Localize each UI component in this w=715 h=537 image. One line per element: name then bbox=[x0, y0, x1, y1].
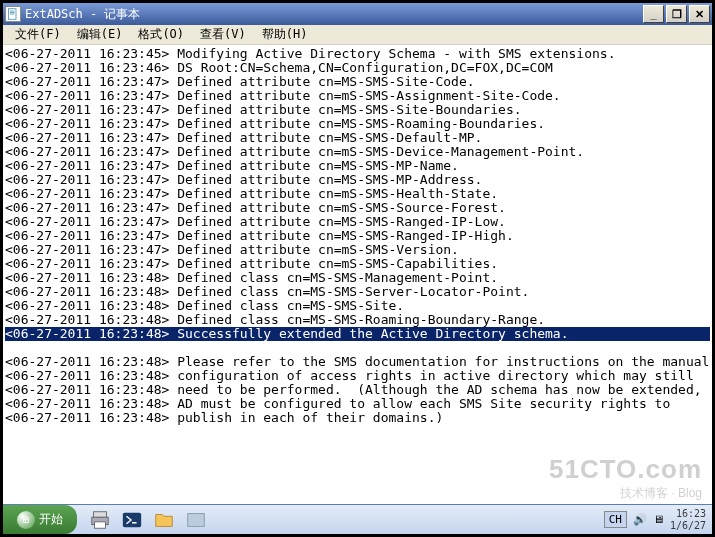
start-button[interactable]: ⊞ 开始 bbox=[3, 505, 77, 534]
svg-rect-8 bbox=[188, 513, 205, 526]
close-button[interactable]: ✕ bbox=[689, 5, 710, 23]
svg-rect-4 bbox=[94, 511, 107, 517]
title-bar[interactable]: ExtADSch - 记事本 _ ❐ ✕ bbox=[3, 3, 712, 25]
log-line: <06-27-2011 16:23:47> Defined attribute … bbox=[5, 243, 710, 257]
log-line: <06-27-2011 16:23:47> Defined attribute … bbox=[5, 229, 710, 243]
tray-volume-icon[interactable]: 🔊 bbox=[633, 513, 647, 526]
log-line: <06-27-2011 16:23:47> Defined attribute … bbox=[5, 257, 710, 271]
log-line: <06-27-2011 16:23:47> Defined attribute … bbox=[5, 145, 710, 159]
svg-rect-6 bbox=[95, 521, 106, 527]
log-line: <06-27-2011 16:23:48> Defined class cn=M… bbox=[5, 285, 710, 299]
log-line: <06-27-2011 16:23:48> configuration of a… bbox=[5, 369, 710, 383]
window-title: ExtADSch - 记事本 bbox=[25, 6, 643, 23]
log-line: <06-27-2011 16:23:48> Defined class cn=M… bbox=[5, 313, 710, 327]
log-line: <06-27-2011 16:23:48> publish in each of… bbox=[5, 411, 710, 425]
log-line: <06-27-2011 16:23:48> Successfully exten… bbox=[5, 327, 710, 341]
menu-view[interactable]: 查看(V) bbox=[192, 24, 254, 45]
menu-edit[interactable]: 编辑(E) bbox=[69, 24, 131, 45]
log-line: <06-27-2011 16:23:47> Defined attribute … bbox=[5, 159, 710, 173]
log-line: <06-27-2011 16:23:48> AD must be configu… bbox=[5, 397, 710, 411]
time-text: 16:23 bbox=[670, 508, 706, 520]
window-controls: _ ❐ ✕ bbox=[643, 5, 710, 23]
ql-powershell-icon[interactable] bbox=[117, 507, 147, 533]
log-line: <06-27-2011 16:23:47> Defined attribute … bbox=[5, 131, 710, 145]
menu-bar: 文件(F) 编辑(E) 格式(O) 查看(V) 帮助(H) bbox=[3, 25, 712, 45]
log-line: <06-27-2011 16:23:46> DS Root:CN=Schema,… bbox=[5, 61, 710, 75]
log-line: <06-27-2011 16:23:47> Defined attribute … bbox=[5, 201, 710, 215]
notepad-window: ExtADSch - 记事本 _ ❐ ✕ 文件(F) 编辑(E) 格式(O) 查… bbox=[3, 3, 712, 534]
log-line: <06-27-2011 16:23:48> need to be perform… bbox=[5, 383, 710, 397]
text-area[interactable]: <06-27-2011 16:23:45> Modifying Active D… bbox=[3, 45, 712, 504]
log-line: <06-27-2011 16:23:47> Defined attribute … bbox=[5, 173, 710, 187]
log-line: <06-27-2011 16:23:47> Defined attribute … bbox=[5, 103, 710, 117]
system-tray: CH 🔊 🖥 16:23 1/6/27 bbox=[598, 508, 712, 532]
quick-launch bbox=[85, 507, 211, 533]
log-line: <06-27-2011 16:23:45> Modifying Active D… bbox=[5, 47, 710, 61]
menu-file[interactable]: 文件(F) bbox=[7, 24, 69, 45]
clock[interactable]: 16:23 1/6/27 bbox=[670, 508, 706, 532]
ql-explorer-icon[interactable] bbox=[149, 507, 179, 533]
taskbar: ⊞ 开始 CH 🔊 🖥 16:23 1/6/27 bbox=[3, 504, 712, 534]
tray-network-icon[interactable]: 🖥 bbox=[653, 513, 664, 526]
log-line: <06-27-2011 16:23:47> Defined attribute … bbox=[5, 117, 710, 131]
log-line bbox=[5, 341, 710, 355]
minimize-button[interactable]: _ bbox=[643, 5, 664, 23]
language-indicator[interactable]: CH bbox=[604, 511, 627, 528]
menu-format[interactable]: 格式(O) bbox=[130, 24, 192, 45]
windows-orb-icon: ⊞ bbox=[17, 511, 35, 529]
ql-printer-icon[interactable] bbox=[85, 507, 115, 533]
log-line: <06-27-2011 16:23:47> Defined attribute … bbox=[5, 89, 710, 103]
log-line: <06-27-2011 16:23:48> Defined class cn=M… bbox=[5, 299, 710, 313]
ql-blank-icon[interactable] bbox=[181, 507, 211, 533]
date-text: 1/6/27 bbox=[670, 520, 706, 532]
log-line: <06-27-2011 16:23:48> Defined class cn=M… bbox=[5, 271, 710, 285]
log-line: <06-27-2011 16:23:48> Please refer to th… bbox=[5, 355, 710, 369]
menu-help[interactable]: 帮助(H) bbox=[254, 24, 316, 45]
restore-button[interactable]: ❐ bbox=[666, 5, 687, 23]
log-line: <06-27-2011 16:23:47> Defined attribute … bbox=[5, 75, 710, 89]
app-icon bbox=[5, 6, 21, 22]
start-label: 开始 bbox=[39, 511, 63, 528]
log-line: <06-27-2011 16:23:47> Defined attribute … bbox=[5, 187, 710, 201]
log-line: <06-27-2011 16:23:47> Defined attribute … bbox=[5, 215, 710, 229]
